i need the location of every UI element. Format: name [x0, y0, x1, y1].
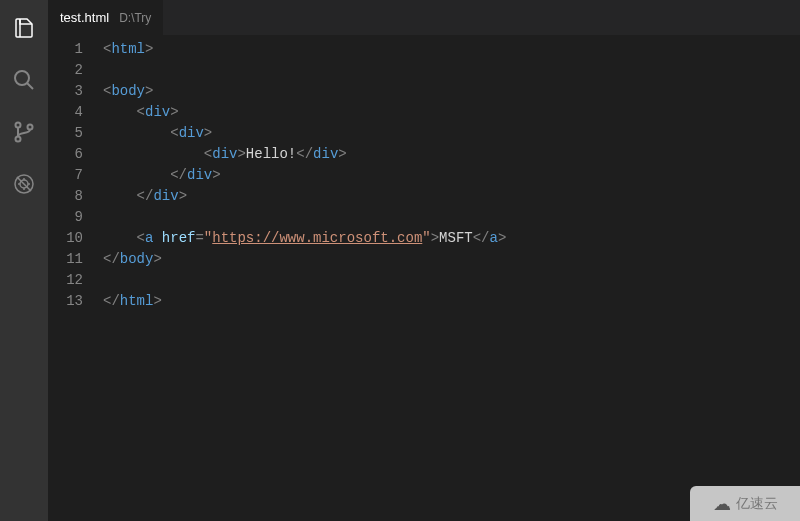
- line-number: 8: [48, 186, 83, 207]
- code-line: [103, 270, 800, 291]
- code-line: </body>: [103, 249, 800, 270]
- bug-icon: [12, 172, 36, 196]
- line-number: 10: [48, 228, 83, 249]
- code-line: [103, 207, 800, 228]
- svg-point-3: [16, 137, 21, 142]
- main-area: test.html D:\Try 1 2 3 4 5 6 7 8 9 10 11…: [48, 0, 800, 521]
- activity-source-control[interactable]: [0, 112, 48, 152]
- line-number: 2: [48, 60, 83, 81]
- activity-debug[interactable]: [0, 164, 48, 204]
- code-line: <html>: [103, 39, 800, 60]
- tab-bar: test.html D:\Try: [48, 0, 800, 35]
- svg-line-1: [27, 83, 33, 89]
- line-number: 6: [48, 144, 83, 165]
- code-line: <a href="https://www.microsoft.com">MSFT…: [103, 228, 800, 249]
- line-number: 11: [48, 249, 83, 270]
- editor[interactable]: 1 2 3 4 5 6 7 8 9 10 11 12 13 <html> <bo…: [48, 35, 800, 521]
- search-icon: [12, 68, 36, 92]
- line-number: 1: [48, 39, 83, 60]
- svg-point-0: [15, 71, 29, 85]
- watermark-text: 亿速云: [736, 495, 778, 513]
- line-number-gutter: 1 2 3 4 5 6 7 8 9 10 11 12 13: [48, 39, 103, 521]
- activity-search[interactable]: [0, 60, 48, 100]
- branch-icon: [12, 120, 36, 144]
- line-number: 12: [48, 270, 83, 291]
- code-line: </div>: [103, 186, 800, 207]
- watermark: ☁ 亿速云: [690, 486, 800, 521]
- code-line: [103, 60, 800, 81]
- code-line: </div>: [103, 165, 800, 186]
- cloud-icon: ☁: [713, 493, 731, 515]
- line-number: 9: [48, 207, 83, 228]
- files-icon: [12, 16, 36, 40]
- line-number: 3: [48, 81, 83, 102]
- code-line: <div>: [103, 123, 800, 144]
- code-line: <div>: [103, 102, 800, 123]
- code-line: <body>: [103, 81, 800, 102]
- activity-explorer[interactable]: [0, 8, 48, 48]
- tab-testhtml[interactable]: test.html D:\Try: [48, 0, 164, 35]
- code-line: <div>Hello!</div>: [103, 144, 800, 165]
- line-number: 13: [48, 291, 83, 312]
- svg-point-4: [28, 125, 33, 130]
- line-number: 4: [48, 102, 83, 123]
- tab-filename: test.html: [60, 10, 109, 25]
- tab-path: D:\Try: [119, 11, 151, 25]
- svg-point-2: [16, 123, 21, 128]
- activity-bar: [0, 0, 48, 521]
- code-area[interactable]: <html> <body> <div> <div> <div>Hello!</d…: [103, 39, 800, 521]
- code-line: </html>: [103, 291, 800, 312]
- line-number: 5: [48, 123, 83, 144]
- line-number: 7: [48, 165, 83, 186]
